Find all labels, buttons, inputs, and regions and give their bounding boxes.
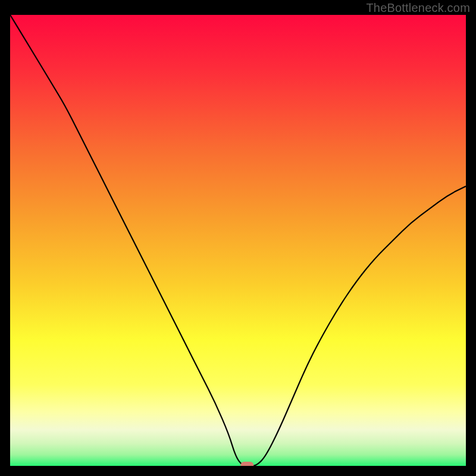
watermark-text: TheBottleneck.com — [366, 1, 470, 15]
plot-area — [10, 15, 466, 466]
svg-rect-1 — [240, 462, 253, 466]
optimum-marker — [10, 15, 466, 466]
chart-container: TheBottleneck.com — [0, 0, 476, 476]
